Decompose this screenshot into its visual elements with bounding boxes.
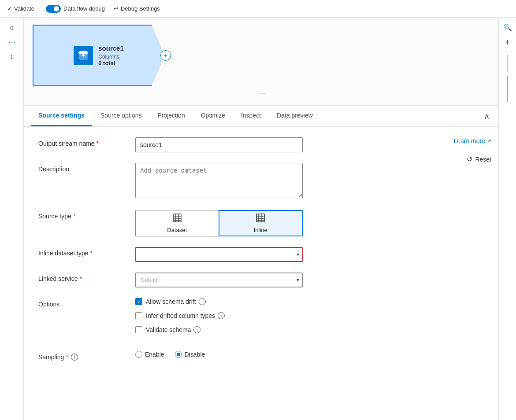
required-indicator-2: * bbox=[73, 213, 75, 220]
infer-drifted-checkbox[interactable] bbox=[135, 312, 142, 319]
source-type-buttons: Dataset bbox=[135, 210, 303, 236]
node-columns-label: Columns: bbox=[98, 54, 124, 60]
learn-more-area: Learn more ↗ bbox=[453, 137, 491, 144]
panel-collapse-button[interactable]: ∧ bbox=[482, 110, 491, 123]
infer-drifted-info-icon[interactable]: i bbox=[218, 312, 225, 319]
allow-schema-drift-info-icon[interactable]: i bbox=[199, 298, 206, 305]
collapse-bar[interactable]: — bbox=[33, 86, 490, 99]
node-title: source1 bbox=[98, 44, 124, 52]
required-indicator-5: * bbox=[66, 354, 68, 361]
tabs-container: Source settings Source options Projectio… bbox=[31, 106, 322, 126]
node-info: source1 Columns: 0 total bbox=[98, 44, 124, 66]
plus-icon: + bbox=[505, 37, 510, 48]
toggle-track[interactable] bbox=[46, 5, 61, 13]
svg-line-15 bbox=[258, 214, 264, 220]
linked-service-select[interactable]: Select... bbox=[135, 273, 303, 287]
flow-node: source1 Columns: 0 total + bbox=[33, 25, 165, 86]
enable-radio-item[interactable]: Enable bbox=[135, 351, 164, 358]
required-indicator-3: * bbox=[90, 250, 93, 257]
linked-service-control: Select... ▾ bbox=[135, 273, 484, 287]
node-columns-count: 0 total bbox=[98, 60, 124, 66]
linked-service-row: Linked service * Select... ▾ bbox=[38, 273, 484, 287]
left-sidebar: 0 ⋯ 1 bbox=[0, 18, 24, 420]
reset-icon: ↺ bbox=[467, 155, 472, 163]
learn-more-link[interactable]: Learn more ↗ bbox=[453, 137, 491, 144]
main-container: 0 ⋯ 1 bbox=[0, 18, 516, 420]
scrollbar-thumb[interactable] bbox=[507, 76, 508, 102]
divider bbox=[507, 55, 508, 72]
allow-schema-drift-row: Allow schema drift i bbox=[135, 298, 484, 305]
tab-inspect[interactable]: Inspect bbox=[234, 106, 268, 126]
source-type-row: Source type * bbox=[38, 210, 484, 236]
description-textarea[interactable] bbox=[135, 163, 303, 198]
inline-dataset-type-control: ▾ bbox=[135, 247, 484, 262]
debug-icon: ↩ bbox=[114, 5, 119, 12]
dots-menu[interactable]: ⋯ bbox=[8, 38, 15, 47]
reset-button[interactable]: ↺ Reset bbox=[467, 155, 491, 163]
validate-btn[interactable]: ✓ Validate bbox=[7, 5, 34, 12]
collapse-icon: — bbox=[257, 88, 265, 97]
output-stream-name-label: Output stream name * bbox=[38, 137, 135, 147]
enable-radio-circle[interactable] bbox=[135, 351, 142, 358]
disable-radio-item[interactable]: Disable bbox=[175, 351, 205, 358]
output-stream-name-input[interactable] bbox=[135, 137, 303, 152]
sampling-row: Sampling * i Enable Disable bbox=[38, 351, 484, 361]
add-button[interactable]: + bbox=[501, 36, 514, 48]
tab-data-preview[interactable]: Data preview bbox=[270, 106, 320, 126]
disable-radio-circle[interactable] bbox=[175, 351, 182, 358]
inline-dataset-type-row: Inline dataset type * ▾ bbox=[38, 247, 484, 262]
debug-toggle[interactable] bbox=[46, 5, 61, 13]
outer-right-panel: 🔍 + bbox=[498, 18, 516, 420]
sampling-info-icon[interactable]: i bbox=[71, 354, 78, 361]
flow-node-area: source1 Columns: 0 total + — bbox=[24, 18, 498, 106]
search-button[interactable]: 🔍 bbox=[501, 21, 514, 33]
validate-schema-info-icon[interactable]: i bbox=[193, 326, 200, 333]
sidebar-num-1: 1 bbox=[10, 54, 13, 60]
debug-settings-btn[interactable]: ↩ Debug Settings bbox=[114, 5, 160, 12]
allow-schema-drift-checkbox[interactable] bbox=[135, 298, 142, 305]
node-icon bbox=[74, 46, 93, 65]
right-panel: Source settings Source options Projectio… bbox=[24, 106, 498, 420]
checkmark-icon: ✓ bbox=[7, 5, 12, 12]
options-row: Options Allow schema drift i Infer drift… bbox=[38, 298, 484, 340]
search-icon: 🔍 bbox=[503, 23, 512, 32]
external-link-icon: ↗ bbox=[487, 138, 491, 144]
form-area: Learn more ↗ ↺ Reset Output stream name … bbox=[24, 127, 498, 420]
validate-schema-row: Validate schema i bbox=[135, 326, 484, 333]
node-shape[interactable]: source1 Columns: 0 total bbox=[33, 25, 165, 86]
inline-dataset-type-select[interactable] bbox=[135, 247, 303, 262]
inline-dataset-type-wrapper: ▾ bbox=[135, 247, 303, 262]
infer-drifted-row: Infer drifted column types i bbox=[135, 312, 484, 319]
top-bar: ✓ Validate Data flow debug ↩ Debug Setti… bbox=[0, 0, 516, 18]
inline-icon bbox=[256, 213, 265, 225]
tab-optimize[interactable]: Optimize bbox=[194, 106, 232, 126]
validate-schema-checkbox[interactable] bbox=[135, 326, 142, 333]
tab-source-settings[interactable]: Source settings bbox=[31, 106, 92, 126]
linked-service-wrapper: Select... ▾ bbox=[135, 273, 303, 287]
sidebar-num-0: 0 bbox=[10, 25, 13, 31]
tab-source-options[interactable]: Source options bbox=[93, 106, 148, 126]
inline-type-button[interactable]: Inline bbox=[219, 210, 303, 236]
source-type-control: Dataset bbox=[135, 210, 484, 236]
sampling-label: Sampling * i bbox=[38, 351, 135, 361]
dataflow-debug-label: Data flow debug bbox=[63, 5, 105, 12]
sampling-control: Enable Disable bbox=[135, 351, 484, 358]
linked-service-label: Linked service * bbox=[38, 273, 135, 282]
options-control: Allow schema drift i Infer drifted colum… bbox=[135, 298, 484, 340]
sampling-radio-group: Enable Disable bbox=[135, 351, 484, 358]
description-label: Description bbox=[38, 163, 135, 173]
source-type-label: Source type * bbox=[38, 210, 135, 220]
options-label: Options bbox=[38, 298, 135, 308]
output-stream-name-control bbox=[135, 137, 484, 152]
required-indicator-4: * bbox=[80, 275, 82, 282]
dataset-type-button[interactable]: Dataset bbox=[135, 210, 219, 236]
inline-dataset-type-label: Inline dataset type * bbox=[38, 247, 135, 257]
required-indicator: * bbox=[97, 140, 99, 147]
chevron-up-icon: ∧ bbox=[484, 112, 490, 121]
description-row: Description bbox=[38, 163, 484, 199]
add-node-button[interactable]: + bbox=[160, 50, 171, 61]
tab-projection[interactable]: Projection bbox=[150, 106, 192, 126]
dataset-icon bbox=[172, 213, 182, 225]
tabs-header: Source settings Source options Projectio… bbox=[24, 106, 498, 127]
canvas-wrapper: source1 Columns: 0 total + — Source sett… bbox=[24, 18, 498, 420]
